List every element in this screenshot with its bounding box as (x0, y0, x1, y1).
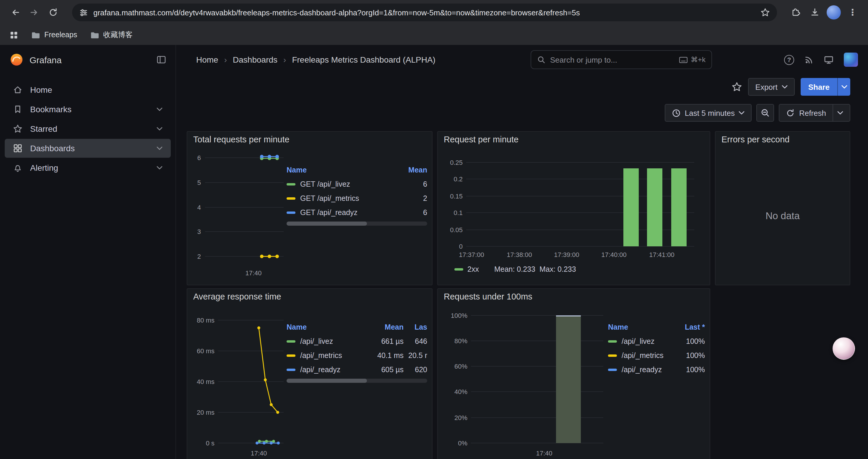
share-menu-button[interactable] (837, 78, 850, 96)
series-color-swatch (286, 211, 296, 214)
legend-header-name[interactable]: Name (286, 163, 398, 177)
legend-series-name[interactable]: /api/_livez (608, 334, 675, 349)
zoom-out-button[interactable] (756, 104, 774, 122)
scrollbar-thumb[interactable] (286, 222, 367, 226)
svg-text:0.05: 0.05 (450, 226, 463, 234)
legend-series-mean: 40.1 ms (369, 349, 404, 363)
bookmark-star-icon[interactable] (761, 8, 770, 17)
legend-header-last[interactable]: Last * (675, 320, 705, 334)
refresh-label: Refresh (799, 108, 826, 117)
legend-series-name[interactable]: /api/_metrics (608, 349, 675, 363)
legend-series-name[interactable]: 2xx (467, 265, 479, 273)
browser-profile-button[interactable] (826, 4, 842, 21)
sidebar-item-alerting[interactable]: Alerting (5, 158, 171, 177)
reload-button[interactable] (45, 4, 61, 21)
back-button[interactable] (7, 4, 24, 21)
legend-hscrollbar[interactable] (286, 222, 427, 226)
svg-text:100%: 100% (451, 312, 467, 319)
panel-title[interactable]: Requests under 100ms (438, 289, 710, 304)
legend-average-response-time: Name Mean Las /api/_livez 661 µs 646 /ap… (286, 304, 427, 459)
legend-header-mean[interactable]: Mean (398, 163, 427, 177)
search-input[interactable]: Search or jump to... ⌘+k (531, 50, 712, 69)
breadcrumb-home[interactable]: Home (196, 55, 218, 64)
folder-icon (90, 31, 99, 39)
sidebar-item-home[interactable]: Home (5, 80, 171, 99)
legend-header-name[interactable]: Name (608, 320, 675, 334)
chevron-down-icon[interactable] (157, 166, 162, 169)
share-label[interactable]: Share (801, 78, 837, 96)
display-icon[interactable] (824, 55, 834, 64)
chart-request-per-minute: 0.25 0.2 0.15 0.1 0.05 0 17:37:00 17:38:… (442, 147, 696, 261)
no-data-message: No data (716, 147, 850, 285)
apps-grid-icon[interactable] (9, 30, 18, 39)
search-placeholder: Search or jump to... (550, 55, 674, 64)
extensions-button[interactable] (788, 4, 804, 21)
help-icon[interactable]: ? (784, 55, 794, 65)
legend-series-name[interactable]: GET /api/_livez (286, 177, 398, 191)
legend-series-name[interactable]: /api/_livez (286, 334, 369, 349)
sidebar-item-bookmarks[interactable]: Bookmarks (5, 100, 171, 119)
kebab-menu-icon: ⋮ (848, 7, 857, 18)
panel-title[interactable]: Total requests per minute (187, 132, 432, 147)
chevron-down-icon[interactable] (157, 146, 162, 150)
legend-header-last[interactable]: Las (404, 320, 427, 334)
legend-series-name[interactable]: /api/_readyz (608, 363, 675, 377)
favorite-star-icon[interactable] (732, 81, 742, 92)
legend-requests-under-100ms: Name Last * /api/_livez 100% /api/_metri… (608, 304, 705, 459)
url-bar[interactable]: grafana.mathmast.com/d/deytv4rwavabkb/fr… (72, 4, 777, 21)
clock-icon (672, 108, 681, 117)
chart-total-requests: 6 5 4 3 2 17:40 (192, 147, 286, 280)
legend-total-requests: Name Mean GET /api/_livez 6 GET /api/_me… (286, 147, 427, 285)
refresh-button[interactable]: Refresh (779, 104, 850, 122)
panel-title[interactable]: Average response time (187, 289, 432, 304)
breadcrumb-dashboards[interactable]: Dashboards (233, 55, 277, 64)
bookmark-folder-blogs[interactable]: 收藏博客 (90, 30, 133, 40)
sidebar-toggle-icon[interactable] (157, 55, 166, 64)
panel-title[interactable]: Request per minute (438, 132, 710, 147)
site-info-icon[interactable] (79, 8, 88, 17)
floating-assistant-avatar[interactable] (833, 337, 855, 360)
svg-text:0.1: 0.1 (454, 209, 463, 217)
bookmark-folder-label: Freeleaps (44, 31, 77, 39)
chevron-down-icon[interactable] (157, 107, 162, 111)
keyboard-icon (679, 57, 688, 63)
legend-series-name[interactable]: GET /api/_metrics (286, 191, 398, 205)
svg-text:17:40: 17:40 (245, 269, 261, 277)
user-avatar[interactable] (844, 53, 858, 67)
series-color-swatch (286, 340, 296, 342)
series-color-swatch (286, 369, 296, 371)
sidebar-item-starred[interactable]: Starred (5, 119, 171, 138)
panel-title[interactable]: Errors per second (716, 132, 850, 147)
sidebar-item-dashboards[interactable]: Dashboards (5, 139, 171, 158)
legend-series-name[interactable]: GET /api/_readyz (286, 205, 398, 220)
svg-text:60%: 60% (454, 363, 467, 370)
legend-header-name[interactable]: Name (286, 320, 369, 334)
zoom-out-icon (761, 108, 770, 118)
bell-icon (13, 163, 23, 172)
forward-button[interactable] (26, 4, 42, 21)
svg-text:0%: 0% (458, 439, 467, 447)
star-icon (13, 124, 23, 133)
scrollbar-thumb[interactable] (286, 379, 367, 383)
legend-header-mean[interactable]: Mean (369, 320, 404, 334)
legend-hscrollbar[interactable] (286, 379, 427, 383)
svg-text:0.15: 0.15 (450, 193, 463, 200)
chevron-down-icon[interactable] (157, 127, 162, 131)
svg-text:17:40: 17:40 (536, 450, 552, 457)
folder-icon (31, 31, 40, 39)
time-range-picker[interactable]: Last 5 minutes (665, 104, 752, 122)
refresh-interval-button[interactable] (833, 104, 843, 121)
legend-series-name[interactable]: /api/_readyz (286, 363, 369, 377)
browser-menu-button[interactable]: ⋮ (844, 4, 861, 21)
legend-series-last: 100% (675, 363, 705, 377)
browser-profile-avatar (827, 5, 841, 20)
svg-text:3: 3 (197, 228, 201, 235)
url-text[interactable]: grafana.mathmast.com/d/deytv4rwavabkb/fr… (93, 8, 755, 17)
share-button[interactable]: Share (801, 78, 850, 96)
news-rss-icon[interactable] (804, 55, 814, 64)
export-button[interactable]: Export (748, 78, 795, 96)
downloads-button[interactable] (807, 4, 823, 21)
legend-series-name[interactable]: /api/_metrics (286, 349, 369, 363)
grafana-logo-icon[interactable] (9, 53, 24, 67)
bookmark-folder-freeleaps[interactable]: Freeleaps (31, 31, 77, 39)
